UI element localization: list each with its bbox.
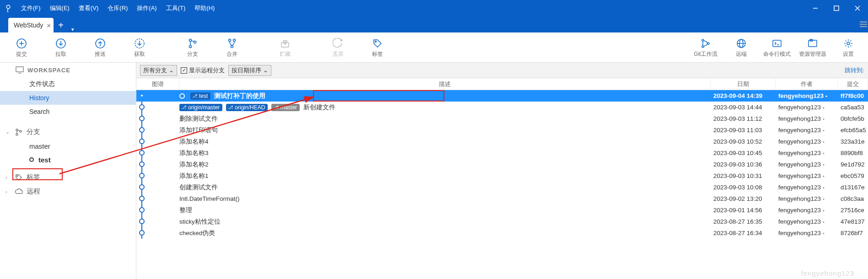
pull-button[interactable]: 拉取	[41, 32, 81, 63]
commit-row[interactable]: 添加名称22023-09-03 10:36fengyehong123•9e1d7…	[136, 159, 868, 170]
commit-row[interactable]: sticky粘性定位2023-08-27 16:35fengyehong123•…	[136, 216, 868, 227]
commit-row[interactable]: 整理2023-09-01 14:56fengyehong123•27516ce	[136, 204, 868, 216]
push-button[interactable]: 推送	[81, 32, 120, 63]
branch-test[interactable]: test	[0, 153, 136, 166]
svg-point-40	[16, 134, 18, 135]
menu-action[interactable]: 操作(A)	[132, 0, 161, 16]
show-remote-checkbox[interactable]: ✓显示远程分支	[181, 66, 225, 75]
commit-row[interactable]: ⎇test测试打补丁的使用2023-09-04 14:39fengyehong1…	[136, 90, 868, 102]
header-graph[interactable]: 图谱	[136, 78, 179, 90]
tag-icon	[15, 173, 23, 182]
header-date[interactable]: 日期	[711, 78, 776, 90]
explorer-button[interactable]: 资源管理器	[795, 32, 830, 63]
branch-master[interactable]: master	[0, 139, 136, 153]
merge-button[interactable]: 合并	[212, 32, 252, 63]
header-commit[interactable]: 提交	[838, 78, 868, 90]
commit-row[interactable]: 添加打印语句2023-09-03 11:03fengyehong123•efcb…	[136, 124, 868, 136]
sort-select[interactable]: 按日期排序⌄	[228, 65, 271, 76]
branch-tag: ⎇master	[271, 104, 300, 111]
hamburger-icon[interactable]	[860, 21, 867, 29]
commit-hash: 9e1d792	[838, 161, 868, 168]
commit-row[interactable]: 添加名称12023-09-03 10:31fengyehong123•ebc05…	[136, 170, 868, 182]
chevron-down-icon: ⌄	[5, 129, 11, 135]
commit-row[interactable]: 添加名称42023-09-03 10:52fengyehong123•323a3…	[136, 136, 868, 147]
commit-date: 2023-09-03 11:03	[711, 127, 776, 134]
commit-author: fengyehong123•	[776, 218, 838, 225]
commit-message: 整理	[179, 206, 192, 215]
commit-date: 2023-09-01 14:56	[711, 207, 776, 214]
commit-row[interactable]: ⎇origin/master⎇origin/HEAD⎇master新创建文件20…	[136, 102, 868, 113]
commit-date: 2023-09-03 11:12	[711, 115, 776, 122]
commit-button[interactable]: 提交	[2, 32, 41, 63]
sidebar-history[interactable]: History	[0, 91, 136, 105]
svg-point-21	[233, 39, 236, 42]
main-panel: 图谱 描述 日期 作者 提交 ⎇test测试打补丁的使用2023-09-04 1…	[136, 63, 868, 279]
svg-point-36	[847, 42, 850, 45]
commit-row[interactable]: 删除测试文件2023-09-03 11:12fengyehong123•0bfc…	[136, 113, 868, 124]
tab-dropdown[interactable]: ▾	[68, 27, 77, 32]
stash-button[interactable]: 贮藏	[265, 32, 305, 63]
fetch-button[interactable]: 获取	[120, 32, 159, 63]
graph-node	[139, 161, 145, 167]
menu-view[interactable]: 查看(V)	[74, 0, 103, 16]
menu-tool[interactable]: 工具(T)	[162, 0, 190, 16]
tab-close-icon[interactable]: ×	[47, 21, 51, 29]
header-desc[interactable]: 描述	[179, 78, 711, 90]
branch-filter-select[interactable]: 所有分支⌄	[140, 65, 177, 76]
menu-repo[interactable]: 仓库(R)	[103, 0, 132, 16]
commit-date: 2023-09-03 14:44	[711, 104, 776, 111]
branch-button[interactable]: 分支	[173, 32, 212, 63]
commit-date: 2023-09-03 10:08	[711, 184, 776, 191]
commit-author: fengyehong123•	[776, 127, 838, 134]
head-indicator	[179, 93, 185, 99]
commit-message: sticky粘性定位	[179, 218, 221, 226]
remote-button[interactable]: 远端	[723, 32, 759, 63]
menu-edit[interactable]: 编辑(E)	[45, 0, 74, 16]
commit-date: 2023-09-02 13:20	[711, 195, 776, 202]
terminal-button[interactable]: 命令行模式	[759, 32, 795, 63]
maximize-button[interactable]	[826, 0, 847, 16]
commit-hash: 323a31e	[838, 138, 868, 145]
commit-row[interactable]: 创建测试文件2023-09-03 10:08fengyehong123•d131…	[136, 182, 868, 193]
svg-point-17	[189, 39, 192, 42]
commit-row[interactable]: Intl.DateTimeFormat()2023-09-02 13:20fen…	[136, 193, 868, 204]
graph-node	[139, 93, 145, 98]
commit-hash: 8890bf8	[838, 150, 868, 156]
sidebar-file-status[interactable]: 文件状态	[0, 77, 136, 91]
jump-to-link[interactable]: 跳转到:	[845, 66, 864, 75]
commit-message: 添加名称4	[179, 138, 209, 146]
commit-row[interactable]: checked伪类2023-08-27 16:34fengyehong123•8…	[136, 227, 868, 239]
new-tab-button[interactable]: +	[54, 18, 68, 32]
gitflow-button[interactable]: Git工作流	[688, 32, 723, 63]
discard-button[interactable]: 丢弃	[318, 32, 358, 63]
commit-author: fengyehong123•	[776, 230, 838, 236]
sidebar-branches-group[interactable]: ⌄ 分支	[0, 125, 136, 139]
svg-point-18	[189, 46, 192, 48]
tag-button[interactable]: 标签	[358, 32, 397, 63]
repo-tab[interactable]: WebStudy ×	[8, 18, 54, 32]
menu-file[interactable]: 文件(F)	[16, 0, 45, 16]
commit-message: 添加打印语句	[179, 126, 218, 134]
commit-hash: 47e8137	[838, 218, 868, 225]
monitor-icon	[16, 66, 24, 74]
current-branch-dot	[29, 157, 34, 162]
sidebar-tags-group[interactable]: › 标签	[0, 170, 136, 184]
minimize-button[interactable]	[805, 0, 826, 16]
branch-tag: ⎇origin/master	[179, 104, 222, 111]
menu-help[interactable]: 帮助(H)	[190, 0, 219, 16]
graph-node	[139, 196, 145, 201]
commit-author: fengyehong123•	[776, 92, 838, 99]
commit-hash: 0bfcfe5b	[838, 115, 868, 122]
graph-node	[139, 173, 145, 178]
graph-node	[139, 104, 145, 110]
sidebar-search[interactable]: Search	[0, 105, 136, 118]
header-author[interactable]: 作者	[776, 78, 838, 90]
svg-point-24	[341, 40, 342, 41]
commit-hash: 8726bf7	[838, 230, 868, 236]
sidebar-remotes-group[interactable]: › 远程	[0, 184, 136, 199]
commit-date: 2023-09-03 10:36	[711, 161, 776, 168]
settings-button[interactable]: 设置	[830, 32, 866, 63]
close-button[interactable]	[847, 0, 868, 16]
commit-row[interactable]: 添加名称32023-09-03 10:45fengyehong123•8890b…	[136, 147, 868, 159]
app-logo	[0, 4, 16, 12]
